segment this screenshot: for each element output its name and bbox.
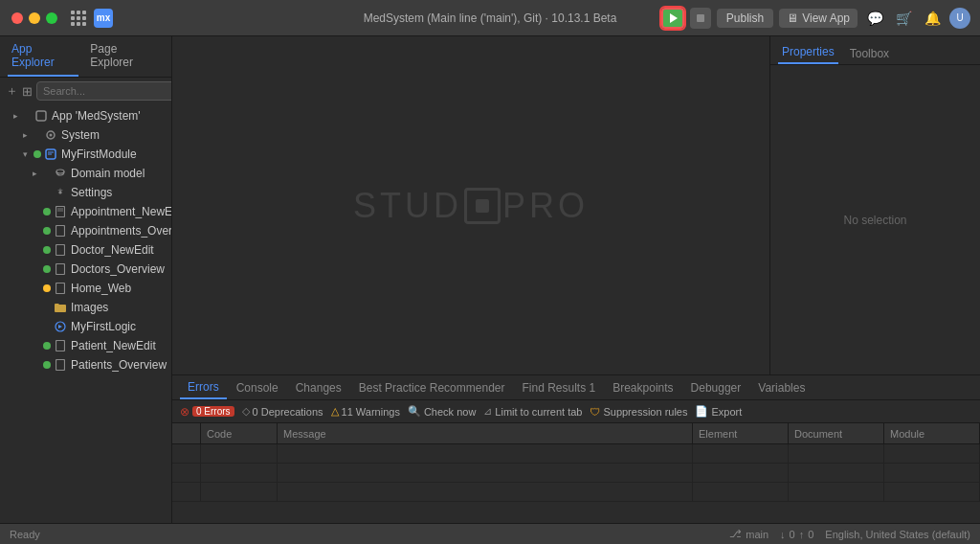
- chevron-domain: [29, 168, 40, 179]
- item-label-4: Home_Web: [71, 282, 171, 295]
- tree-item-system[interactable]: System: [0, 125, 171, 145]
- comment-button[interactable]: 💬: [863, 7, 886, 30]
- branch-label: main: [746, 529, 768, 540]
- svg-rect-0: [36, 111, 46, 121]
- studio-watermark: STUD PRO: [353, 186, 589, 226]
- table-header: Code Message Element Document Module: [172, 423, 980, 444]
- tab-toolbox[interactable]: Toolbox: [846, 43, 893, 64]
- tab-errors[interactable]: Errors: [180, 376, 227, 399]
- canvas-area: STUD PRO: [172, 36, 769, 374]
- svg-point-6: [56, 170, 64, 173]
- svg-rect-11: [56, 226, 65, 237]
- tree-item-module[interactable]: MyFirstModule: [0, 145, 171, 164]
- dot-item-1: [43, 227, 51, 235]
- export-item[interactable]: 📄 Export: [695, 405, 742, 418]
- table-row[interactable]: [172, 464, 980, 483]
- ready-label: Ready: [10, 529, 40, 540]
- sidebar-toolbar: ＋ ⊞: [0, 78, 171, 104]
- tree-item-domain[interactable]: Domain model: [0, 164, 171, 183]
- locale-item[interactable]: English, United States (default): [825, 529, 970, 540]
- tab-find-results[interactable]: Find Results 1: [514, 377, 603, 398]
- dot-app: [24, 112, 32, 120]
- warnings-count: 0: [808, 529, 813, 540]
- search-small-icon: 🔍: [408, 405, 421, 418]
- export-icon: 📄: [695, 405, 708, 418]
- tree-item-6[interactable]: MyFirstLogic: [0, 317, 171, 336]
- th-document: Document: [789, 423, 884, 443]
- errors-status[interactable]: ↓ 0 ↑ 0: [780, 529, 813, 540]
- warnings-label: 11 Warnings: [342, 406, 400, 418]
- minimize-button[interactable]: [29, 12, 40, 24]
- errors-badge: 0 Errors: [192, 406, 234, 417]
- th-checkbox: [172, 423, 201, 443]
- tab-console[interactable]: Console: [229, 377, 286, 398]
- tree-item-settings[interactable]: Settings: [0, 183, 171, 202]
- warnings-toolbar-item[interactable]: △ 11 Warnings: [331, 405, 400, 418]
- view-app-button[interactable]: 🖥 View App: [779, 9, 858, 28]
- th-code: Code: [201, 423, 278, 443]
- tab-best-practice[interactable]: Best Practice Recommender: [351, 377, 513, 398]
- app-icon-tree: [34, 109, 48, 123]
- filter-icon[interactable]: ⊞: [22, 81, 33, 101]
- panel-tabs: Errors Console Changes Best Practice Rec…: [172, 375, 980, 400]
- tree-item-2[interactable]: Doctor_NewEdit: [0, 240, 171, 260]
- run-icon: [670, 13, 678, 23]
- publish-button[interactable]: Publish: [717, 9, 773, 28]
- export-label: Export: [711, 406, 742, 418]
- th-element: Element: [693, 423, 789, 443]
- settings-icon: [54, 186, 67, 199]
- table-row[interactable]: [172, 444, 980, 464]
- main-content: App Explorer Page Explorer ＋ ⊞ App 'MedS…: [0, 36, 980, 523]
- search-input[interactable]: [36, 81, 172, 101]
- titlebar-actions: Publish 🖥 View App 💬 🛒 🔔 U: [661, 7, 980, 30]
- errors-toolbar-item[interactable]: ⊗ 0 Errors: [180, 405, 234, 419]
- limit-tab-item[interactable]: ⊿ Limit to current tab: [483, 405, 582, 418]
- tab-breakpoints[interactable]: Breakpoints: [605, 377, 680, 398]
- bottom-panel: Errors Console Changes Best Practice Rec…: [172, 374, 980, 523]
- tab-changes[interactable]: Changes: [288, 377, 349, 398]
- deprecations-toolbar-item[interactable]: ◇ 0 Deprecations: [242, 405, 323, 418]
- add-icon[interactable]: ＋: [6, 81, 18, 101]
- suppression-item[interactable]: 🛡 Suppression rules: [590, 406, 687, 418]
- cart-button[interactable]: 🛒: [892, 7, 915, 30]
- tree-item-1[interactable]: Appointments_Overview: [0, 221, 171, 240]
- avatar[interactable]: U: [949, 8, 970, 29]
- tree-item-8[interactable]: Patients_Overview: [0, 355, 171, 374]
- page-icon-7: [54, 339, 67, 352]
- notification-button[interactable]: 🔔: [921, 7, 944, 30]
- dot-item-8: [43, 361, 51, 369]
- tab-debugger[interactable]: Debugger: [683, 377, 749, 398]
- item-label-8: Patients_Overview: [71, 358, 171, 372]
- right-panel-tabs: Properties Toolbox: [770, 36, 980, 65]
- maximize-button[interactable]: [46, 12, 57, 24]
- close-button[interactable]: [11, 12, 23, 24]
- tree-item-3[interactable]: Doctors_Overview: [0, 260, 171, 279]
- suppression-label: Suppression rules: [603, 406, 687, 418]
- page-icon-4: [54, 282, 67, 295]
- sidebar: App Explorer Page Explorer ＋ ⊞ App 'MedS…: [0, 36, 172, 523]
- tab-app-explorer[interactable]: App Explorer: [8, 36, 78, 77]
- branch-item[interactable]: ⎇ main: [729, 528, 768, 540]
- svg-rect-17: [56, 360, 65, 371]
- check-now-item[interactable]: 🔍 Check now: [408, 405, 476, 418]
- tree-item-0[interactable]: Appointment_NewEdit: [0, 202, 171, 221]
- chevron-app: [10, 110, 21, 122]
- table-row[interactable]: [172, 483, 980, 502]
- svg-rect-16: [56, 341, 65, 351]
- page-icon-0: [54, 205, 67, 218]
- item-label-3: Doctors_Overview: [71, 262, 171, 276]
- item-label-6: MyFirstLogic: [71, 320, 171, 333]
- chevron-module: [19, 148, 31, 160]
- stop-button[interactable]: [690, 8, 711, 29]
- tab-variables[interactable]: Variables: [750, 377, 813, 398]
- titlebar: mx MedSystem (Main line ('main'), Git) ·…: [0, 0, 980, 36]
- run-button[interactable]: [661, 8, 684, 29]
- tree-item-4[interactable]: Home_Web: [0, 279, 171, 298]
- tab-page-explorer[interactable]: Page Explorer: [86, 36, 164, 77]
- tree-item-5[interactable]: Images: [0, 298, 171, 317]
- grid-icon[interactable]: [71, 11, 86, 26]
- dot-item-4: [43, 284, 51, 292]
- tab-properties[interactable]: Properties: [778, 41, 838, 64]
- tree-item-7[interactable]: Patient_NewEdit: [0, 336, 171, 355]
- tree-item-app[interactable]: App 'MedSystem': [0, 106, 171, 125]
